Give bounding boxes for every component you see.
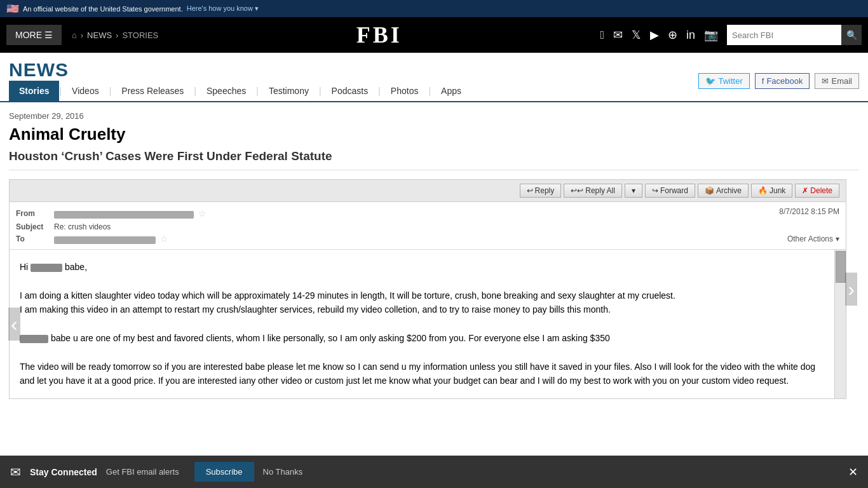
email-next-button[interactable]: › [845,273,857,306]
flag-icon: 🇺🇸 [6,3,19,15]
no-thanks-button[interactable]: No Thanks [263,467,303,477]
breadcrumb-stories: STORIES [122,30,158,40]
bottom-bar: ✉ Stay Connected Get FBI email alerts Su… [0,456,868,488]
to-row: To ☆ Other Actions ▾ [16,233,839,245]
forward-icon: ↪ [652,186,658,195]
facebook-icon[interactable]:  [600,29,604,42]
gov-bar: 🇺🇸 An official website of the United Sta… [0,0,868,17]
email-body-wrapper: ‹ Hi babe, I am doing a kitten slaughter… [10,250,846,398]
facebook-share-button[interactable]: f Facebook [755,73,810,89]
delete-icon: ✗ [802,186,808,195]
email-body: Hi babe, I am doing a kitten slaughter v… [10,250,846,398]
email-header: From ☆ 8/7/2012 8:15 PM Subject Re: crus… [10,202,846,250]
twitter-bird-icon: 🐦 [705,76,715,86]
fbi-logo: FBI [158,22,600,48]
from-label: From [16,209,54,218]
tab-apps[interactable]: Apps [431,81,471,101]
reply-all-button[interactable]: ↩↩ Reply All [564,184,622,198]
redacted-name2 [20,335,48,343]
youtube-icon[interactable]: ▶ [650,28,659,42]
stay-connected-label: Stay Connected [30,467,97,477]
article-title: Animal Cruelty [9,125,859,144]
email-line-2: I am doing a kitten slaughter video toda… [20,288,827,302]
reply-all-icon: ↩↩ [571,186,583,195]
article-date: September 29, 2016 [9,111,859,121]
article-subtitle: Houston ‘Crush’ Cases Were First Under F… [9,149,859,170]
reply-button[interactable]: ↩ Reply [520,184,562,198]
subject-label: Subject [16,222,54,231]
more-button[interactable]: MORE ☰ [6,25,62,45]
facebook-icon: f [762,76,764,86]
email-alert-text: Get FBI email alerts [106,467,179,477]
flickr-icon[interactable]: ⊕ [668,28,677,42]
breadcrumb: ⌂ › NEWS › STORIES [72,30,158,40]
email-scrollbar[interactable] [834,250,846,398]
tab-videos[interactable]: Videos [62,81,109,101]
reply-icon: ↩ [527,186,533,195]
twitter-icon[interactable]: 𝕏 [632,28,641,42]
reply-all-dropdown-button[interactable]: ▾ [625,184,642,198]
search-input[interactable] [727,25,841,45]
email-prev-button[interactable]: ‹ [8,308,20,341]
nav-icons:  ✉ 𝕏 ▶ ⊕ in 📷 [600,28,718,42]
bottom-envelope-icon: ✉ [10,464,21,480]
delete-button[interactable]: ✗ Delete [795,184,839,198]
junk-button[interactable]: 🔥 Junk [751,184,792,198]
breadcrumb-news[interactable]: NEWS [87,30,112,40]
archive-icon: 📦 [705,186,714,195]
gov-bar-text: An official website of the United States… [23,5,183,13]
tab-photos[interactable]: Photos [381,81,429,101]
content-area: 🐦 Twitter f Facebook ✉ Email September 2… [0,102,868,408]
subject-row: Subject Re: crush videos [16,221,839,233]
subscribe-button[interactable]: Subscribe [194,462,254,482]
subject-value: Re: crush videos [54,222,839,231]
to-star-icon[interactable]: ☆ [160,234,168,244]
star-icon[interactable]: ☆ [198,208,207,219]
other-actions[interactable]: Other Actions [787,234,833,243]
junk-icon: 🔥 [758,186,768,195]
email-icon[interactable]: ✉ [613,28,623,42]
home-icon[interactable]: ⌂ [72,30,77,40]
email-date-row: From ☆ 8/7/2012 8:15 PM [16,206,839,221]
email-share-button[interactable]: ✉ Email [815,73,859,89]
close-bar-button[interactable]: ✕ [848,465,858,479]
email-line-3: I am making this video in an attempt to … [20,302,827,316]
scrollbar-thumb[interactable] [836,251,846,283]
tab-speeches[interactable]: Speeches [196,81,256,101]
archive-button[interactable]: 📦 Archive [698,184,749,198]
email-screenshot: ↩ Reply ↩↩ Reply All ▾ ↪ Forward 📦 Archi… [9,179,846,399]
gov-bar-link[interactable]: Here's how you know ▾ [187,4,259,13]
to-label: To [16,234,54,243]
search-bar: 🔍 [727,25,862,45]
email-toolbar: ↩ Reply ↩↩ Reply All ▾ ↪ Forward 📦 Archi… [10,180,846,202]
twitter-share-button[interactable]: 🐦 Twitter [698,73,749,89]
email-line-5: The video will be ready tomorrow so if y… [20,360,827,388]
email-line-4: babe u are one of my best and favored cl… [20,331,827,345]
redacted-name [31,264,62,272]
tab-testimony[interactable]: Testimony [259,81,319,101]
forward-button[interactable]: ↪ Forward [645,184,695,198]
social-share: 🐦 Twitter f Facebook ✉ Email [698,73,859,89]
tab-stories[interactable]: Stories [9,81,59,101]
tab-podcasts[interactable]: Podcasts [322,81,379,101]
email-line-1: Hi babe, [20,260,827,274]
search-button[interactable]: 🔍 [841,25,862,45]
from-row: From ☆ [16,207,207,220]
email-date: 8/7/2012 8:15 PM [779,207,839,220]
main-nav: MORE ☰ ⌂ › NEWS › STORIES FBI  ✉ 𝕏 ▶ ⊕ … [0,17,868,53]
to-value: ☆ [54,234,787,244]
envelope-icon: ✉ [822,76,829,86]
from-value: ☆ [54,208,207,219]
linkedin-icon[interactable]: in [686,29,695,42]
tab-press-releases[interactable]: Press Releases [111,81,194,101]
instagram-icon[interactable]: 📷 [704,28,718,42]
